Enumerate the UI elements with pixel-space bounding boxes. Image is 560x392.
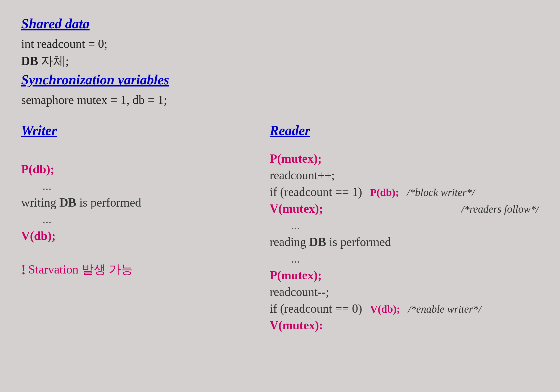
sync-title: Synchronization variables [21,72,539,88]
reader-if-line1: if (readcount == 1) P(db); /*block write… [270,185,539,199]
reader-code: P(mutex); readcount++; if (readcount == … [270,152,539,332]
reader-v-mutex-comment: /*readers follow*/ [461,203,539,215]
writer-writing: writing DB is performed [21,195,259,209]
exclamation-mark: ! [21,262,26,277]
reader-title: Reader [270,123,539,138]
starvation-text: Starvation 발생 가능 [28,261,133,278]
writer-title: Writer [21,123,259,138]
writer-p-db: P(db); [21,162,259,176]
starvation-section: ! Starvation 발생 가능 [21,261,259,278]
writer-dots2: ... [21,212,259,226]
line-semaphore: semaphore mutex = 1, db = 1; [21,93,539,107]
line-db-korean: DB 자체; [21,53,539,69]
reader-v-mutex-line: V(mutex); /*readers follow*/ [270,202,539,216]
reader-v-mutex2: V(mutex): [270,318,539,332]
reader-if1-comment: /*block writer*/ [407,186,475,199]
reader-if1-code: if (readcount == 1) [270,185,362,199]
reader-readcount-inc: readcount++; [270,168,539,182]
reader-reading: reading DB is performed [270,235,539,249]
header-section: Shared data int readcount = 0; DB 자체; Sy… [21,16,539,107]
writer-dots1: ... [21,179,259,193]
db-keyword: DB [21,54,38,68]
shared-data-title: Shared data [21,16,539,31]
columns-section: Writer P(db); ... writing DB is performe… [21,123,539,332]
reader-v-mutex: V(mutex); [270,202,323,216]
reader-if2-pink: V(db); [370,303,400,315]
writer-code: P(db); ... writing DB is performed ... V… [21,152,259,278]
reader-if1-pink: P(db); [370,186,399,199]
writer-v-db: V(db); [21,229,259,243]
reader-p-mutex2: P(mutex); [270,268,539,282]
reader-column: Reader P(mutex); readcount++; if (readco… [270,123,539,332]
reader-readcount-dec: readcount--; [270,285,539,299]
korean-text: 자체; [41,54,69,68]
line-readcount: int readcount = 0; [21,37,539,51]
reader-if2-comment: /*enable writer*/ [408,303,481,315]
reader-if2-code: if (readcount == 0) [270,302,362,316]
reader-dots2: ... [270,252,539,266]
writer-column: Writer P(db); ... writing DB is performe… [21,123,270,332]
reader-p-mutex: P(mutex); [270,152,539,166]
reader-dots1: ... [270,218,539,232]
reader-if-line2: if (readcount == 0) V(db); /*enable writ… [270,302,539,316]
